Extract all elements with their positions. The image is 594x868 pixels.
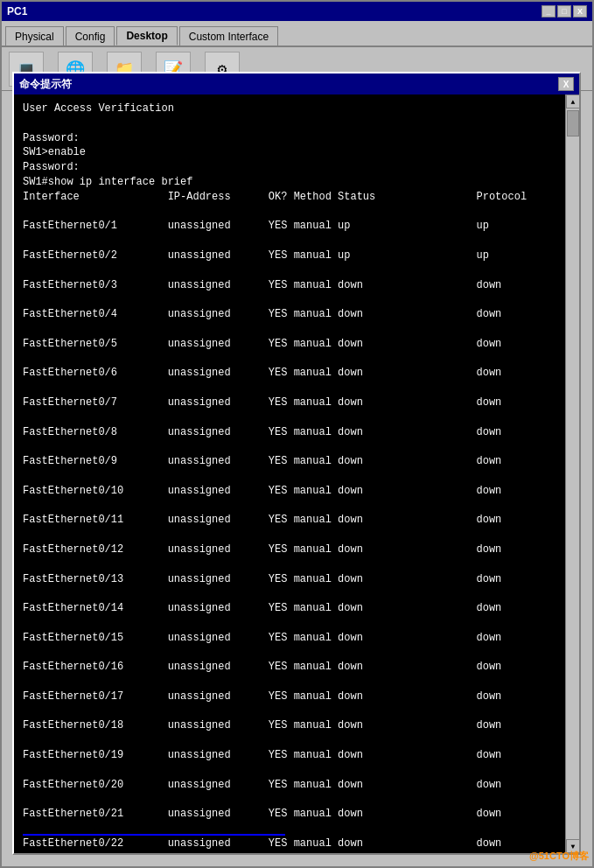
cmd-title: 命令提示符 xyxy=(19,77,72,92)
scrollbar: ▲ ▼ xyxy=(565,94,579,853)
tab-custom-interface[interactable]: Custom Interface xyxy=(179,26,278,46)
blue-underline xyxy=(23,834,285,836)
terminal-output[interactable]: User Access Verification Password: SW1>e… xyxy=(14,94,565,853)
tab-bar: Physical Config Desktop Custom Interface xyxy=(2,21,592,47)
tab-physical[interactable]: Physical xyxy=(5,26,64,46)
main-window: PC1 _ □ X Physical Config Desktop Custom… xyxy=(0,0,594,868)
scroll-thumb[interactable] xyxy=(567,110,579,136)
title-bar: PC1 _ □ X xyxy=(2,2,592,21)
window-controls: _ □ X xyxy=(542,5,587,18)
scroll-up-button[interactable]: ▲ xyxy=(566,94,580,108)
watermark: @51CTO博客 xyxy=(529,850,589,863)
minimize-button[interactable]: _ xyxy=(542,5,556,18)
cmd-dialog: 命令提示符 X User Access Verification Passwor… xyxy=(12,72,581,855)
cmd-close-button[interactable]: X xyxy=(558,77,574,91)
maximize-button[interactable]: □ xyxy=(557,5,571,18)
tab-config[interactable]: Config xyxy=(66,26,115,46)
cmd-title-bar: 命令提示符 X xyxy=(14,74,579,94)
window-title: PC1 xyxy=(7,5,27,18)
scroll-track[interactable] xyxy=(566,108,579,839)
cmd-content-wrapper: User Access Verification Password: SW1>e… xyxy=(14,94,579,853)
close-button[interactable]: X xyxy=(573,5,587,18)
tab-desktop[interactable]: Desktop xyxy=(116,26,177,46)
